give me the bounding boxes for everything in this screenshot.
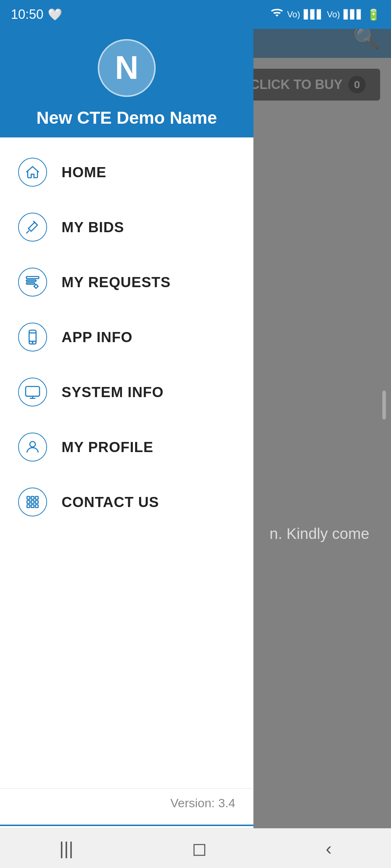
svg-rect-17 (27, 505, 30, 508)
svg-rect-14 (27, 501, 30, 503)
navigation-drawer: N New CTE Demo Name HOME (0, 0, 253, 868)
sidebar-item-home[interactable]: HOME (0, 145, 253, 200)
signal1-icon: ▋▋▋ (304, 9, 323, 20)
person-icon (24, 439, 41, 455)
sidebar-item-system-info-label: SYSTEM INFO (62, 384, 164, 400)
grid-phone-icon (24, 494, 41, 510)
monitor-icon (24, 384, 41, 400)
clock-time: 10:50 (11, 7, 43, 22)
sidebar-item-contact-us-label: CONTACT US (62, 494, 159, 510)
version-label: Version: 3.4 (170, 796, 235, 810)
my-profile-icon-circle (18, 433, 47, 461)
menu-spacer (0, 529, 253, 788)
svg-rect-18 (31, 505, 34, 508)
my-bids-icon-circle (18, 213, 47, 242)
heart-icon: 🤍 (48, 8, 62, 21)
svg-rect-2 (26, 283, 35, 284)
sidebar-item-system-info[interactable]: SYSTEM INFO (0, 365, 253, 420)
home-icon-circle (18, 158, 47, 187)
sidebar-item-contact-us[interactable]: CONTACT US (0, 475, 253, 529)
svg-rect-11 (27, 497, 30, 499)
sidebar-item-my-bids[interactable]: MY BIDS (0, 200, 253, 255)
phone-icon (24, 329, 41, 345)
sidebar-item-my-requests[interactable]: MY REQUESTS (0, 255, 253, 310)
system-info-icon-circle (18, 378, 47, 407)
contact-us-icon-circle (18, 488, 47, 516)
sidebar-item-home-label: HOME (62, 164, 106, 180)
status-icons-group: Vo) ▋▋▋ Vo) ▋▋▋ 🔋 (270, 7, 380, 22)
svg-rect-15 (31, 501, 34, 503)
menu-nav-icon[interactable]: ||| (59, 838, 73, 859)
scrollbar[interactable] (382, 391, 386, 420)
edit-icon (24, 274, 41, 290)
lte1-icon: Vo) (287, 9, 300, 20)
app-info-icon-circle (18, 323, 47, 352)
svg-rect-13 (35, 497, 38, 499)
hammer-icon (24, 219, 41, 235)
avatar: N (98, 39, 156, 97)
status-time-group: 10:50 🤍 (11, 7, 62, 22)
sidebar-item-my-profile[interactable]: MY PROFILE (0, 420, 253, 475)
user-name: New CTE Demo Name (37, 108, 217, 128)
svg-rect-0 (26, 277, 39, 279)
sidebar-item-my-bids-label: MY BIDS (62, 219, 124, 235)
sidebar-item-my-requests-label: MY REQUESTS (62, 274, 171, 290)
svg-rect-7 (26, 387, 39, 396)
status-bar: 10:50 🤍 Vo) ▋▋▋ Vo) ▋▋▋ 🔋 (0, 0, 391, 29)
signal2-icon: ▋▋▋ (344, 9, 363, 20)
svg-rect-19 (35, 505, 38, 508)
sidebar-item-app-info-label: APP INFO (62, 329, 133, 345)
home-nav-icon[interactable]: ◻ (192, 838, 207, 859)
svg-rect-1 (26, 280, 36, 281)
avatar-letter: N (115, 49, 139, 86)
sidebar-item-app-info[interactable]: APP INFO (0, 310, 253, 365)
drawer-menu: HOME MY BIDS MY (0, 137, 253, 825)
back-nav-icon[interactable]: ‹ (326, 838, 332, 859)
version-row: Version: 3.4 (0, 788, 253, 817)
bottom-nav: ||| ◻ ‹ (0, 828, 391, 868)
svg-rect-16 (35, 501, 38, 503)
lte2-icon: Vo) (327, 9, 340, 20)
battery-icon: 🔋 (367, 8, 380, 21)
svg-rect-12 (31, 497, 34, 499)
my-requests-icon-circle (18, 268, 47, 297)
svg-point-10 (30, 442, 35, 447)
wifi-icon (270, 7, 283, 22)
svg-point-6 (32, 342, 33, 343)
sidebar-item-my-profile-label: MY PROFILE (62, 439, 154, 455)
overlay-text: n. Kindly come (270, 525, 369, 542)
home-icon (24, 164, 41, 180)
